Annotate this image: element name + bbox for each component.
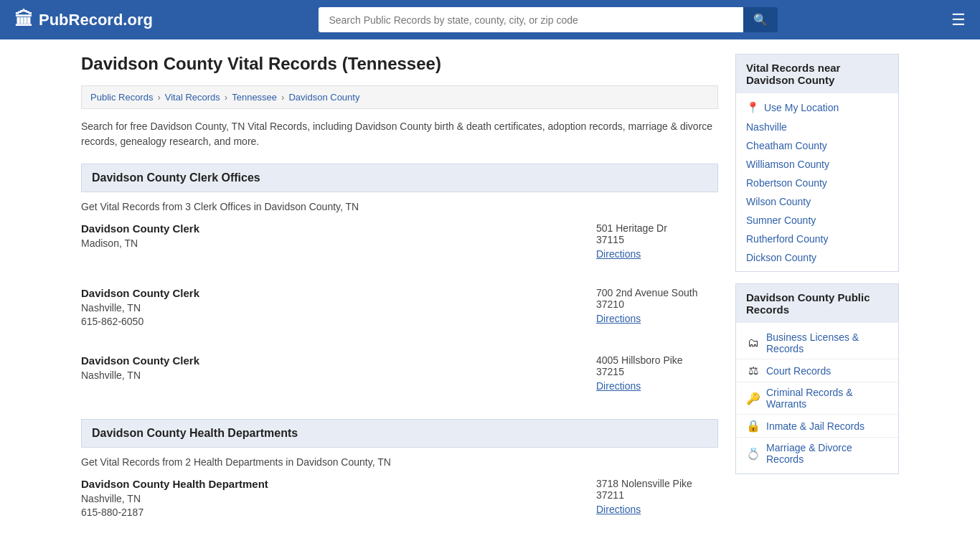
clerk-office-2-phone: 615-862-6050 (81, 316, 575, 327)
lock-icon: 🔒 (746, 419, 760, 433)
breadcrumb-davidson-county[interactable]: Davidson County (288, 92, 359, 103)
breadcrumb-vital-records[interactable]: Vital Records (165, 92, 220, 103)
court-records-link[interactable]: Court Records (766, 365, 831, 377)
sidebar-criminal-records: 🔑 Criminal Records & Warrants (736, 382, 898, 415)
clerk-office-3-city: Nashville, TN (81, 369, 575, 381)
sidebar-use-location-item: 📍 Use My Location (736, 98, 898, 118)
rings-icon: 💍 (746, 447, 760, 461)
health-office-1-phone: 615-880-2187 (81, 507, 575, 518)
key-icon: 🔑 (746, 392, 760, 405)
menu-icon[interactable]: ☰ (951, 11, 966, 29)
sidebar-nearby-list: 📍 Use My Location Nashville Cheatham Cou… (736, 93, 898, 271)
nearby-wilson-link[interactable]: Wilson County (746, 196, 811, 207)
health-section: Davidson County Health Departments Get V… (81, 419, 718, 525)
clerk-office-2-directions[interactable]: Directions (596, 313, 641, 324)
sidebar-nearby-sumner: Sumner County (736, 211, 898, 230)
search-input[interactable] (319, 7, 743, 32)
page-description: Search for free Davidson County, TN Vita… (81, 119, 718, 149)
clerk-office-1: Davidson County Clerk Madison, TN 501 He… (81, 222, 718, 267)
sidebar-nearby-title: Vital Records near Davidson County (736, 55, 898, 93)
clerk-office-2-name: Davidson County Clerk (81, 287, 575, 299)
search-bar: 🔍 (319, 7, 778, 32)
clerk-office-3-name: Davidson County Clerk (81, 354, 575, 367)
clerk-office-3-address: 4005 Hillsboro Pike (596, 354, 718, 366)
nearby-cheatham-link[interactable]: Cheatham County (746, 140, 827, 151)
marriage-records-link[interactable]: Marriage & Divorce Records (766, 442, 888, 465)
clerk-office-2: Davidson County Clerk Nashville, TN 615-… (81, 287, 718, 334)
clerk-office-2-address: 700 2nd Avenue South (596, 287, 718, 298)
logo-text: PubRecord.org (39, 11, 153, 29)
health-office-1: Davidson County Health Department Nashvi… (81, 478, 718, 525)
sidebar-nearby-rutherford: Rutherford County (736, 230, 898, 248)
nearby-williamson-link[interactable]: Williamson County (746, 159, 829, 170)
nearby-dickson-link[interactable]: Dickson County (746, 252, 816, 263)
clerk-office-1-directions[interactable]: Directions (596, 248, 641, 260)
inmate-records-link[interactable]: Inmate & Jail Records (766, 420, 864, 432)
site-header: 🏛 PubRecord.org 🔍 ☰ (0, 0, 980, 39)
clerk-section-desc: Get Vital Records from 3 Clerk Offices i… (81, 201, 718, 212)
sidebar-inmate-records: 🔒 Inmate & Jail Records (736, 415, 898, 438)
sidebar-nearby-wilson: Wilson County (736, 192, 898, 211)
sidebar-nearby-cheatham: Cheatham County (736, 136, 898, 155)
page-title: Davidson County Vital Records (Tennessee… (81, 54, 718, 74)
clerk-section-header: Davidson County Clerk Offices (81, 164, 718, 192)
clerk-office-2-city: Nashville, TN (81, 302, 575, 314)
breadcrumb: Public Records › Vital Records › Tenness… (81, 85, 718, 109)
main-container: Davidson County Vital Records (Tennessee… (67, 39, 913, 551)
clerk-office-3-directions[interactable]: Directions (596, 380, 641, 392)
sidebar-nearby-box: Vital Records near Davidson County 📍 Use… (735, 54, 899, 272)
health-office-1-address: 3718 Nolensville Pike (596, 478, 718, 489)
criminal-records-link[interactable]: Criminal Records & Warrants (766, 387, 888, 410)
nearby-robertson-link[interactable]: Robertson County (746, 177, 827, 189)
site-logo[interactable]: 🏛 PubRecord.org (14, 9, 153, 31)
clerk-office-3: Davidson County Clerk Nashville, TN 4005… (81, 354, 718, 399)
sidebar-nearby-nashville: Nashville (736, 118, 898, 136)
health-section-desc: Get Vital Records from 2 Health Departme… (81, 456, 718, 468)
nearby-nashville-link[interactable]: Nashville (746, 121, 787, 133)
clerk-office-1-address: 501 Heritage Dr (596, 222, 718, 234)
health-office-1-zip: 37211 (596, 489, 718, 501)
sidebar-public-records-list: 🗂 Business Licenses & Records ⚖ Court Re… (736, 323, 898, 474)
sidebar-business-licenses: 🗂 Business Licenses & Records (736, 327, 898, 359)
sidebar-nearby-dickson: Dickson County (736, 248, 898, 267)
content-area: Davidson County Vital Records (Tennessee… (81, 54, 718, 545)
sidebar-nearby-robertson: Robertson County (736, 174, 898, 192)
clerk-office-3-zip: 37215 (596, 366, 718, 377)
use-location-link[interactable]: Use My Location (764, 102, 839, 113)
health-office-1-city: Nashville, TN (81, 493, 575, 504)
clerk-office-1-city: Madison, TN (81, 237, 575, 249)
sidebar-public-records-title: Davidson County Public Records (736, 284, 898, 323)
scales-icon: ⚖ (746, 364, 760, 377)
health-office-1-directions[interactable]: Directions (596, 504, 641, 515)
health-section-header: Davidson County Health Departments (81, 419, 718, 448)
nearby-sumner-link[interactable]: Sumner County (746, 215, 816, 226)
breadcrumb-public-records[interactable]: Public Records (90, 92, 153, 103)
nearby-rutherford-link[interactable]: Rutherford County (746, 233, 828, 245)
clerk-section: Davidson County Clerk Offices Get Vital … (81, 164, 718, 399)
clerk-office-1-name: Davidson County Clerk (81, 222, 575, 235)
logo-icon: 🏛 (14, 9, 33, 31)
clerk-office-1-zip: 37115 (596, 234, 718, 245)
sidebar-marriage-records: 💍 Marriage & Divorce Records (736, 438, 898, 469)
search-button[interactable]: 🔍 (743, 7, 778, 32)
business-licenses-link[interactable]: Business Licenses & Records (766, 331, 888, 354)
health-office-1-name: Davidson County Health Department (81, 478, 575, 490)
sidebar-public-records-box: Davidson County Public Records 🗂 Busines… (735, 283, 899, 474)
sidebar: Vital Records near Davidson County 📍 Use… (735, 54, 899, 545)
breadcrumb-tennessee[interactable]: Tennessee (232, 92, 277, 103)
sidebar-court-records: ⚖ Court Records (736, 359, 898, 382)
clerk-office-2-zip: 37210 (596, 298, 718, 310)
briefcase-icon: 🗂 (746, 336, 760, 349)
sidebar-nearby-williamson: Williamson County (736, 155, 898, 174)
location-pin-icon: 📍 (746, 101, 760, 114)
